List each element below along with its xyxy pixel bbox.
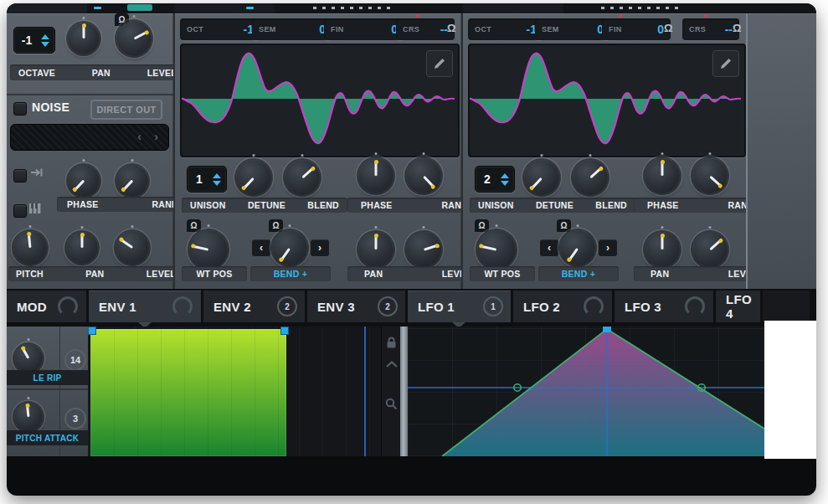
- tab-env3[interactable]: ENV 3 2: [307, 291, 405, 322]
- osc-b-level-knob[interactable]: [692, 232, 728, 267]
- noise-level-knob[interactable]: [116, 231, 149, 265]
- osc-a-blend-knob[interactable]: [285, 160, 320, 195]
- sub-pan-knob[interactable]: [68, 23, 100, 54]
- tab-label: ENV 1: [99, 300, 136, 314]
- tab-label: LFO 1: [418, 300, 455, 314]
- stepper-down-icon[interactable]: [501, 181, 509, 186]
- octave-value: -1: [14, 33, 39, 47]
- mod-count-badge: 2: [378, 296, 398, 316]
- env-attack-handle[interactable]: [88, 327, 96, 335]
- noise-oneshot-checkbox[interactable]: [13, 169, 27, 183]
- wtpos-label: WT POS: [484, 269, 520, 279]
- osc-a-oct-box[interactable]: OCT -1: [180, 18, 260, 40]
- zoom-icon[interactable]: [385, 398, 398, 410]
- osc-b-wtpos-knob[interactable]: [477, 230, 516, 269]
- osc-b-crs-box[interactable]: CRS --: [682, 18, 739, 40]
- tick-marks: [601, 7, 678, 9]
- tab-env2[interactable]: ENV 2 2: [203, 291, 305, 322]
- noise-rand-knob[interactable]: [116, 165, 148, 197]
- osc-b-warp-knob[interactable]: [560, 230, 595, 265]
- osc-a-unison-stepper[interactable]: 1: [187, 166, 227, 193]
- macro-1-knob[interactable]: [14, 344, 43, 373]
- direct-out-button[interactable]: DIRECT OUT: [90, 100, 162, 120]
- osc-a-wtpos-strip: WT POS: [182, 266, 247, 281]
- stepper-up-icon[interactable]: [501, 173, 509, 178]
- macro-1-label[interactable]: LE RIP: [7, 370, 88, 385]
- macro-2-knob[interactable]: [14, 403, 43, 431]
- osc-a-pan-knob[interactable]: [358, 232, 393, 267]
- osc-b-wave-display[interactable]: [468, 44, 746, 157]
- noise-pitch-knob[interactable]: [13, 231, 47, 265]
- osc-b-phase-knob[interactable]: [645, 158, 680, 193]
- omega-icon[interactable]: Ω: [447, 22, 455, 34]
- pencil-icon: [719, 57, 733, 70]
- env1-editor-display[interactable]: [88, 327, 381, 456]
- prev-sample-arrow[interactable]: ‹: [137, 130, 141, 143]
- sub-level-knob[interactable]: [116, 21, 152, 56]
- edit-wavetable-button[interactable]: [712, 50, 739, 77]
- omega-icon[interactable]: Ω: [664, 22, 672, 34]
- drag-source-arc-icon[interactable]: [58, 296, 78, 316]
- warp-prev-button[interactable]: ‹: [540, 239, 558, 256]
- osc-b-unison-stepper[interactable]: 2: [475, 166, 515, 193]
- lock-icon[interactable]: [386, 337, 397, 349]
- osc-a-wtpos-knob[interactable]: [189, 230, 228, 269]
- warp-prev-button[interactable]: ‹: [252, 239, 270, 256]
- osc-b-pan-knob[interactable]: [645, 232, 680, 267]
- osc-a-phase-knob[interactable]: [358, 158, 393, 193]
- tab-mod[interactable]: MOD: [7, 291, 86, 322]
- noise-phase-knob[interactable]: [68, 165, 100, 197]
- warp-mode-label[interactable]: BEND +: [274, 269, 308, 279]
- drag-source-arc-icon[interactable]: [172, 296, 193, 316]
- panel-divider-handle[interactable]: [400, 327, 408, 456]
- osc-b-blend-knob[interactable]: [573, 160, 608, 195]
- next-sample-arrow[interactable]: ›: [154, 130, 158, 143]
- tab-lfo2[interactable]: LFO 2: [513, 291, 612, 322]
- env-toolbar: [381, 327, 401, 456]
- tab-lfo4[interactable]: LFO 4: [716, 291, 760, 322]
- stepper-down-icon[interactable]: [213, 181, 221, 186]
- noise-pan-knob[interactable]: [66, 232, 98, 264]
- drag-source-arc-icon[interactable]: [584, 296, 604, 316]
- env-sustain-handle[interactable]: [280, 327, 289, 335]
- edit-wavetable-button[interactable]: [426, 50, 453, 77]
- omega-icon[interactable]: Ω: [733, 22, 741, 34]
- osc-b-sem-box[interactable]: SEM 0: [535, 18, 610, 40]
- noise-sample-selector[interactable]: ‹ ›: [10, 124, 169, 151]
- osc-b-fin-box[interactable]: FIN 0: [602, 18, 671, 40]
- lfo1-editor-display[interactable]: [408, 327, 764, 456]
- osc-b-rand-knob[interactable]: [692, 158, 728, 193]
- tab-lfo1[interactable]: LFO 1 1: [408, 291, 511, 322]
- osc-a-wave-display[interactable]: [180, 44, 460, 157]
- cyan-indicator: [94, 7, 101, 9]
- stepper-down-icon[interactable]: [41, 42, 49, 47]
- tab-env1[interactable]: ENV 1: [89, 291, 201, 322]
- osc-a-fin-box[interactable]: FIN 0: [324, 18, 404, 40]
- osc-a-sem-box[interactable]: SEM 0: [252, 18, 332, 40]
- osc-b-detune-knob[interactable]: [524, 160, 559, 195]
- stepper-up-icon[interactable]: [41, 34, 49, 39]
- osc-a-rand-knob[interactable]: [406, 158, 441, 193]
- stepper-up-icon[interactable]: [213, 173, 221, 178]
- osc-a-detune-knob[interactable]: [236, 160, 271, 195]
- octave-stepper[interactable]: -1: [13, 27, 55, 54]
- macro-2-label[interactable]: PITCH ATTACK: [7, 430, 88, 445]
- pitch-label: PITCH: [16, 269, 44, 279]
- noise-keytrack-checkbox[interactable]: [13, 204, 27, 218]
- osc-a-level-knob[interactable]: [406, 232, 441, 267]
- warp-next-button[interactable]: ›: [311, 239, 329, 256]
- osc-a-crs-box[interactable]: CRS --: [396, 18, 455, 40]
- osc-a-warp-strip[interactable]: BEND +: [250, 266, 331, 281]
- osc-b-oct-box[interactable]: OCT -1: [468, 18, 543, 40]
- noise-enable-checkbox[interactable]: [13, 102, 27, 116]
- warp-next-button[interactable]: ›: [599, 239, 617, 256]
- chevron-up-icon[interactable]: [386, 361, 398, 368]
- mod-count-badge: 2: [277, 296, 297, 316]
- warp-mode-label[interactable]: BEND +: [562, 269, 596, 279]
- osc-b-warp-strip[interactable]: BEND +: [538, 266, 619, 281]
- envelope-shape[interactable]: [90, 329, 286, 456]
- osc-a-warp-knob[interactable]: [272, 230, 307, 265]
- tab-lfo3[interactable]: LFO 3: [615, 291, 713, 322]
- drag-source-arc-icon[interactable]: [685, 296, 705, 316]
- tab-label: LFO 2: [523, 300, 560, 314]
